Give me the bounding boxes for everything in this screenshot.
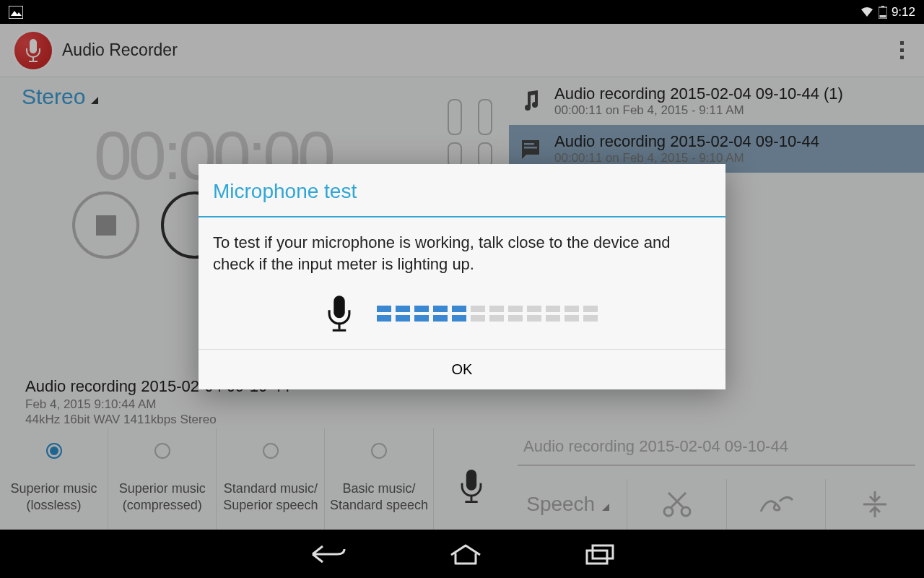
svg-rect-20	[334, 296, 344, 318]
wifi-icon	[860, 7, 874, 18]
home-button[interactable]	[448, 543, 483, 565]
dialog-title: Microphone test	[199, 164, 725, 216]
svg-marker-1	[11, 11, 22, 16]
picture-icon	[9, 6, 23, 19]
mic-test-dialog: Microphone test To test if your micropho…	[199, 164, 725, 389]
microphone-icon	[327, 296, 352, 332]
input-meter	[377, 306, 598, 322]
svg-rect-23	[587, 551, 607, 564]
battery-icon	[879, 6, 887, 19]
svg-rect-3	[881, 6, 884, 7]
svg-rect-4	[879, 15, 886, 18]
status-bar: 9:12	[0, 0, 924, 24]
recent-apps-button[interactable]	[584, 543, 616, 565]
svg-rect-0	[9, 6, 23, 19]
ok-button[interactable]: OK	[199, 349, 725, 389]
dialog-body-text: To test if your microphone is working, t…	[213, 232, 711, 275]
back-button[interactable]	[308, 542, 347, 566]
navigation-bar	[0, 530, 924, 578]
svg-rect-24	[593, 545, 613, 558]
modal-overlay[interactable]: Microphone test To test if your micropho…	[0, 24, 924, 530]
status-time: 9:12	[892, 5, 915, 20]
